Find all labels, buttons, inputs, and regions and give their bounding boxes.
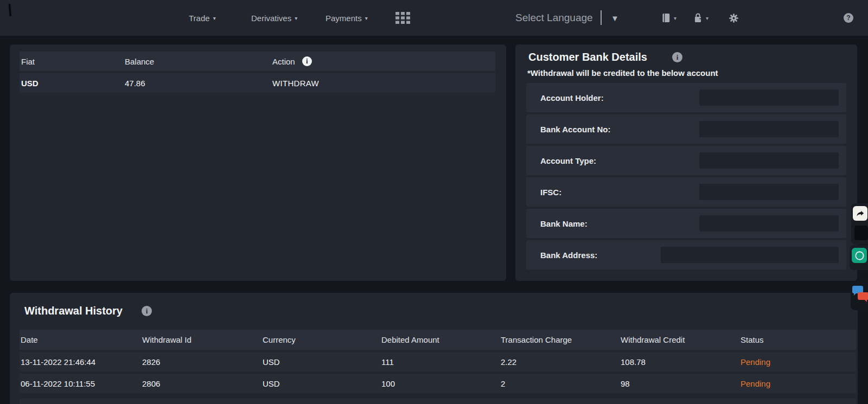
fiat-balance-cell: 47.86 [125, 79, 272, 88]
history-table-row: 13-11-2022 21:46:44 2826 USD 111 2.22 10… [20, 352, 856, 371]
bank-details-fields: Account Holder: Bank Account No: Account… [526, 83, 846, 270]
bank-field-row: Account Holder: [526, 83, 846, 112]
select-language-button[interactable]: Select Language [515, 0, 593, 36]
fiat-table-row: USD 47.86 WITHDRAW [20, 73, 495, 93]
bank-account-no-label: Bank Account No: [526, 125, 610, 134]
bank-details-subtitle: *Withdrawal will be credited to the belo… [527, 68, 718, 78]
chat-bubbles-icon[interactable] [852, 286, 868, 302]
nav-menu-trade-label: Trade [189, 14, 210, 23]
chatgpt-icon[interactable] [852, 248, 867, 263]
withdrawal-id-cell: 2806 [142, 379, 263, 388]
bank-field-row: Account Type: [526, 146, 846, 175]
language-dropdown-triangle-icon[interactable]: ▼ [611, 0, 619, 36]
withdrawal-id-cell: 2826 [142, 357, 263, 367]
bank-field-row: Bank Address: [526, 240, 846, 270]
action-header-label: Action [272, 57, 295, 66]
nav-menu-derivatives-label: Derivatives [251, 14, 291, 23]
bank-name-label: Bank Name: [526, 219, 588, 228]
lock-icon [693, 12, 703, 24]
chevron-down-icon: ▾ [706, 15, 709, 21]
help-icon[interactable]: ? [844, 13, 853, 23]
bank-details-info-icon[interactable]: i [672, 52, 682, 62]
currency-cell: USD [263, 357, 381, 367]
chevron-down-icon: ▾ [213, 15, 216, 21]
withdrawal-id-header: Withdrawal Id [142, 335, 263, 344]
chevron-down-icon: ▾ [674, 15, 676, 21]
nav-menu-payments[interactable]: Payments ▾ [326, 0, 368, 36]
action-header-cell: Action i [272, 56, 495, 66]
action-info-icon[interactable]: i [302, 56, 312, 66]
account-holder-label: Account Holder: [526, 93, 604, 102]
currency-cell: USD [263, 379, 381, 388]
bank-details-title: Customer Bank Details [528, 51, 647, 63]
chevron-down-icon: ▾ [295, 15, 297, 21]
apps-grid-icon[interactable] [395, 12, 410, 24]
date-cell: 13-11-2022 21:46:44 [21, 357, 142, 367]
date-header: Date [21, 335, 142, 344]
fiat-table: Fiat Balance Action i USD 47.86 WITHDRAW [20, 52, 495, 93]
withdrawal-credit-cell: 98 [621, 379, 741, 388]
status-header: Status [741, 335, 856, 344]
nav-menu-trade[interactable]: Trade ▾ [189, 0, 216, 36]
debited-amount-header: Debited Amount [381, 335, 501, 344]
bank-field-row: IFSC: [526, 177, 846, 207]
ifsc-label: IFSC: [526, 188, 561, 197]
customer-bank-details-panel: Customer Bank Details i *Withdrawal will… [515, 44, 857, 281]
security-lock-menu[interactable]: ▾ [693, 0, 709, 36]
history-table-row-clipped [20, 399, 856, 404]
bank-name-input[interactable] [699, 215, 839, 232]
language-divider [601, 10, 602, 25]
book-icon [661, 12, 671, 23]
chat-bubble-red [858, 292, 868, 300]
share-icon[interactable] [853, 206, 867, 221]
history-table-row: 06-11-2022 10:11:55 2806 USD 100 2 98 Pe… [20, 374, 856, 393]
nav-menu-derivatives[interactable]: Derivatives ▾ [251, 0, 297, 36]
debited-amount-cell: 100 [381, 379, 501, 388]
orders-book-menu[interactable]: ▾ [661, 0, 676, 36]
bank-field-row: Bank Name: [526, 209, 846, 238]
withdrawal-history-info-icon[interactable]: i [142, 306, 152, 316]
transaction-charge-cell: 2 [501, 379, 621, 388]
withdrawal-history-title: Withdrawal History [24, 305, 123, 317]
broken-logo-glyph: \ [7, 1, 13, 20]
history-table-header: Date Withdrawal Id Currency Debited Amou… [20, 330, 856, 350]
account-holder-input[interactable] [699, 89, 839, 106]
transaction-charge-cell: 2.22 [501, 357, 621, 367]
withdrawal-history-table: Date Withdrawal Id Currency Debited Amou… [20, 330, 856, 404]
withdraw-button[interactable]: WITHDRAW [272, 79, 319, 88]
status-badge: Pending [741, 379, 856, 388]
bank-field-row: Bank Account No: [526, 114, 846, 144]
account-type-input[interactable] [699, 152, 839, 169]
ifsc-input[interactable] [699, 184, 839, 200]
bank-address-input[interactable] [661, 247, 839, 263]
fiat-header-cell: Fiat [21, 57, 125, 66]
bank-account-no-input[interactable] [699, 121, 839, 137]
balance-header-cell: Balance [125, 57, 272, 66]
nav-menu-payments-label: Payments [326, 14, 362, 23]
withdrawal-history-panel: Withdrawal History i Date Withdrawal Id … [10, 293, 858, 404]
withdrawal-credit-header: Withdrawal Credit [621, 335, 741, 344]
fiat-table-header: Fiat Balance Action i [20, 52, 495, 71]
fiat-currency-cell: USD [21, 79, 125, 88]
currency-header: Currency [263, 335, 381, 344]
withdrawal-credit-cell: 108.78 [621, 357, 741, 367]
chevron-down-icon: ▾ [365, 15, 368, 21]
transaction-charge-header: Transaction Charge [501, 335, 621, 344]
debited-amount-cell: 111 [381, 357, 501, 367]
top-nav: \ Trade ▾ Derivatives ▾ Payments ▾ Selec… [0, 0, 868, 36]
account-type-label: Account Type: [526, 156, 596, 165]
bank-address-label: Bank Address: [526, 251, 597, 260]
date-cell: 06-11-2022 10:11:55 [21, 379, 142, 388]
fiat-balance-panel: Fiat Balance Action i USD 47.86 WITHDRAW [10, 44, 506, 281]
collapsed-widget-button[interactable] [854, 226, 868, 240]
status-badge: Pending [741, 357, 856, 367]
settings-gear-icon[interactable] [729, 0, 739, 36]
